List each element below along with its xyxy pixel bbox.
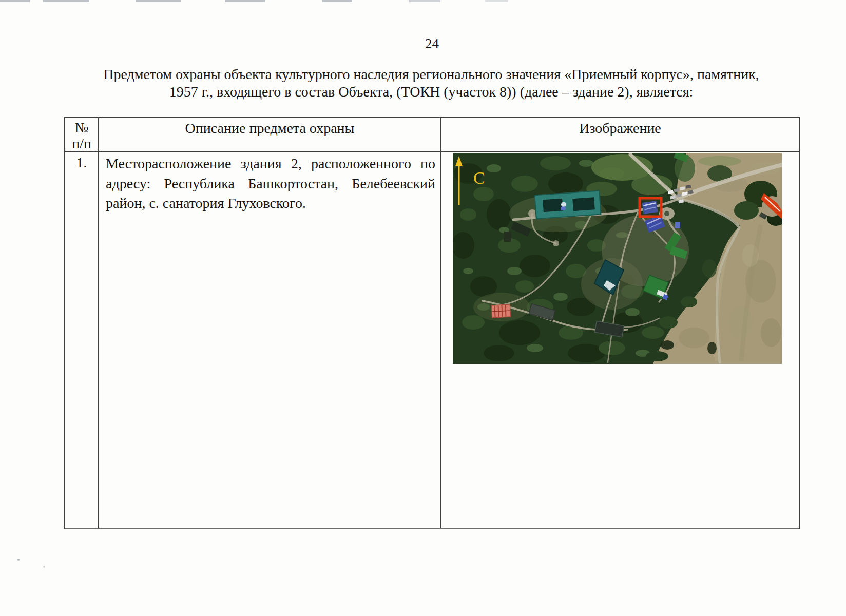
- document-title-line2: 1957 г., входящего в состав Объекта, (ТО…: [56, 83, 806, 101]
- road-junction: [553, 240, 559, 246]
- document-title: Предметом охраны объекта культурного нас…: [56, 66, 806, 101]
- description-line: адресу: Республика Башкортостан, Белебее…: [106, 174, 435, 194]
- document-title-line1: Предметом охраны объекта культурного нас…: [56, 66, 806, 83]
- page-number: 24: [64, 36, 800, 52]
- header-number-sub: п/п: [72, 136, 91, 151]
- scan-artifact: [17, 559, 20, 561]
- scan-artifact: [43, 0, 89, 2]
- scan-artifact: [225, 0, 265, 2]
- document-page: 24 Предметом охраны объекта культурного …: [0, 0, 846, 616]
- pink-roof-building: [491, 304, 510, 318]
- glade: [631, 175, 672, 195]
- road-junction: [528, 209, 536, 218]
- road-roundabout-center: [664, 211, 669, 216]
- header-image-column: Изображение: [441, 118, 799, 152]
- scan-artifact: [136, 0, 181, 2]
- scan-artifact: [485, 0, 508, 2]
- header-description-column: Описание предмета охраны: [99, 118, 441, 152]
- scan-artifact: [43, 566, 45, 568]
- description-line: район, с. санатория Глуховского.: [106, 194, 435, 214]
- table-row-description: Месторасположение здания 2, расположенно…: [99, 152, 441, 528]
- description-line: Месторасположение здания 2, расположенно…: [106, 154, 435, 174]
- teal-long-building: [535, 191, 601, 219]
- protection-subject-table: № п/п Описание предмета охраны Изображен…: [64, 117, 800, 529]
- scan-artifact: [322, 0, 352, 2]
- table-row-number: 1.: [65, 152, 99, 528]
- north-label: С: [473, 168, 485, 187]
- table-row-image-cell: С: [441, 152, 799, 528]
- satellite-map-image: С: [453, 153, 782, 364]
- header-number-column: № п/п: [65, 118, 99, 152]
- blue-small-structure: [675, 222, 680, 228]
- scan-artifact: [409, 0, 440, 2]
- header-number-sign: №: [75, 120, 89, 136]
- scan-artifact: [0, 0, 30, 2]
- dark-building: [504, 232, 511, 242]
- blue-building-highlighted: [642, 201, 658, 214]
